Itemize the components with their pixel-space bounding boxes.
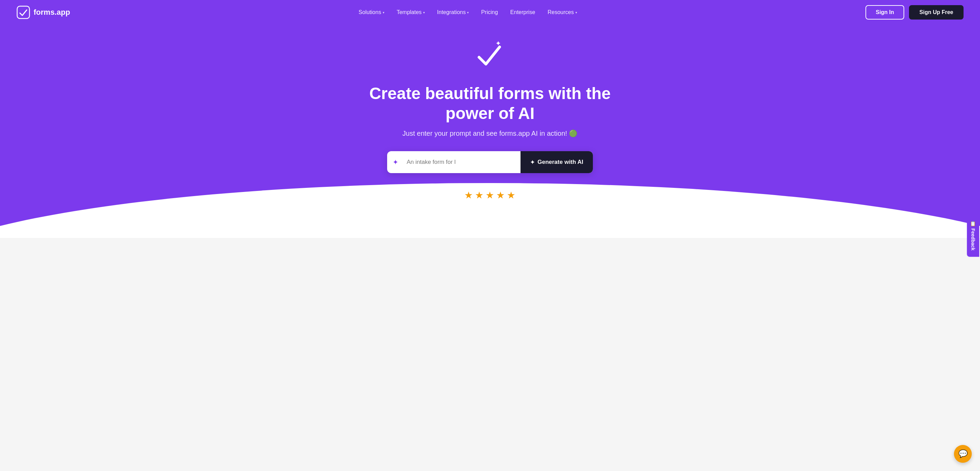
- nav-item-enterprise[interactable]: Enterprise: [506, 6, 540, 18]
- sparkle-button-icon: ✦: [530, 159, 535, 165]
- generate-button[interactable]: ✦ Generate with AI: [520, 151, 593, 173]
- nav-item-templates[interactable]: Templates ▾: [392, 6, 430, 18]
- hero-title: Create beautiful forms with the power of…: [353, 84, 627, 123]
- logo-icon: [16, 5, 30, 19]
- star-3: ★: [485, 189, 494, 201]
- hero-section: Create beautiful forms with the power of…: [0, 25, 980, 238]
- brand-name: forms.app: [33, 8, 70, 17]
- signup-button[interactable]: Sign Up Free: [909, 5, 964, 19]
- hero-icon: [473, 38, 507, 74]
- search-bar: ✦ ✦ Generate with AI: [387, 151, 593, 173]
- star-1: ★: [464, 189, 473, 201]
- hero-subtitle: Just enter your prompt and see forms.app…: [402, 129, 578, 137]
- nav-actions: Sign In Sign Up Free: [865, 5, 964, 19]
- navbar: forms.app Solutions ▾ Templates ▾ Integr…: [0, 0, 980, 25]
- chevron-down-icon: ▾: [383, 11, 384, 14]
- star-2: ★: [475, 189, 484, 201]
- chevron-down-icon: ▾: [423, 11, 425, 14]
- nav-item-pricing[interactable]: Pricing: [476, 6, 503, 18]
- signin-button[interactable]: Sign In: [865, 5, 904, 19]
- feedback-tab[interactable]: 📋 Feedback: [967, 214, 979, 238]
- nav-links: Solutions ▾ Templates ▾ Integrations ▾ P…: [354, 6, 582, 18]
- nav-item-resources[interactable]: Resources ▾: [543, 6, 582, 18]
- sparkle-icon: ✦: [387, 158, 404, 166]
- emoji-icon: 🟢: [569, 130, 578, 137]
- stars-section: ★ ★ ★ ★ ★ Based on 6000+ reviews on: [456, 189, 524, 210]
- logo-link[interactable]: forms.app: [16, 5, 70, 19]
- prompt-input[interactable]: [404, 159, 520, 165]
- svg-rect-0: [17, 6, 30, 19]
- chevron-down-icon: ▾: [467, 11, 469, 14]
- chevron-down-icon: ▾: [575, 11, 577, 14]
- star-4: ★: [496, 189, 505, 201]
- star-rating: ★ ★ ★ ★ ★: [464, 189, 515, 201]
- star-5: ★: [507, 189, 515, 201]
- nav-item-solutions[interactable]: Solutions ▾: [354, 6, 389, 18]
- feedback-icon: 📋: [970, 221, 976, 226]
- reviews-text: Based on 6000+ reviews on: [456, 204, 524, 210]
- nav-item-integrations[interactable]: Integrations ▾: [433, 6, 474, 18]
